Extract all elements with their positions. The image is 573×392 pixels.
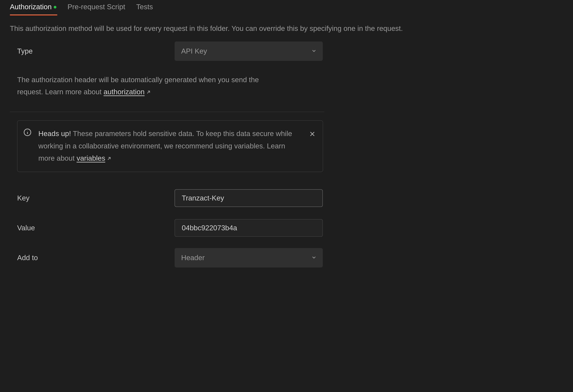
chevron-down-icon xyxy=(311,48,317,54)
notice-strong: Heads up! xyxy=(38,130,71,138)
tab-authorization-label: Authorization xyxy=(10,3,52,11)
value-label: Value xyxy=(17,224,175,232)
tabs-bar: Authorization Pre-request Script Tests xyxy=(0,0,573,15)
auth-type-label: Type xyxy=(17,47,175,55)
value-row: Value xyxy=(17,218,324,238)
close-notice-button[interactable] xyxy=(308,127,317,142)
notice-text: Heads up! These parameters hold sensitiv… xyxy=(38,130,292,162)
key-label: Key xyxy=(17,194,175,202)
external-link-icon xyxy=(107,152,111,165)
value-input[interactable] xyxy=(175,219,323,237)
active-indicator-dot-icon xyxy=(54,6,56,8)
add-to-row: Add to Header xyxy=(17,248,324,267)
auth-content: Type API Key The authorization header wi… xyxy=(0,41,334,267)
tab-pre-request-label: Pre-request Script xyxy=(68,3,125,11)
add-to-select[interactable]: Header xyxy=(175,248,323,267)
info-icon xyxy=(23,128,32,140)
auth-helper-text: The authorization header will be automat… xyxy=(17,74,286,98)
tab-pre-request-script[interactable]: Pre-request Script xyxy=(68,3,125,15)
tab-tests-label: Tests xyxy=(136,3,153,11)
auth-type-select[interactable]: API Key xyxy=(175,41,323,61)
close-icon xyxy=(309,131,316,139)
auth-type-row: Type API Key xyxy=(17,41,324,61)
svg-point-3 xyxy=(27,131,28,131)
chevron-down-icon xyxy=(311,255,317,261)
add-to-value: Header xyxy=(181,254,205,262)
tab-authorization[interactable]: Authorization xyxy=(10,3,56,15)
section-divider xyxy=(10,112,324,112)
key-row: Key xyxy=(17,188,324,208)
auth-type-value: API Key xyxy=(181,47,207,55)
key-input[interactable] xyxy=(175,189,323,207)
auth-scope-description: This authorization method will be used f… xyxy=(0,15,573,40)
tab-tests[interactable]: Tests xyxy=(136,3,153,15)
external-link-icon xyxy=(146,86,151,98)
authorization-learn-more-link[interactable]: authorization xyxy=(104,88,144,96)
svg-line-6 xyxy=(108,157,110,160)
variables-learn-more-link[interactable]: variables xyxy=(76,154,105,162)
api-key-fields: Key Value Add to Header xyxy=(17,188,324,267)
svg-line-0 xyxy=(147,91,150,93)
add-to-label: Add to xyxy=(17,254,175,262)
sensitive-data-notice: Heads up! These parameters hold sensitiv… xyxy=(17,120,323,172)
